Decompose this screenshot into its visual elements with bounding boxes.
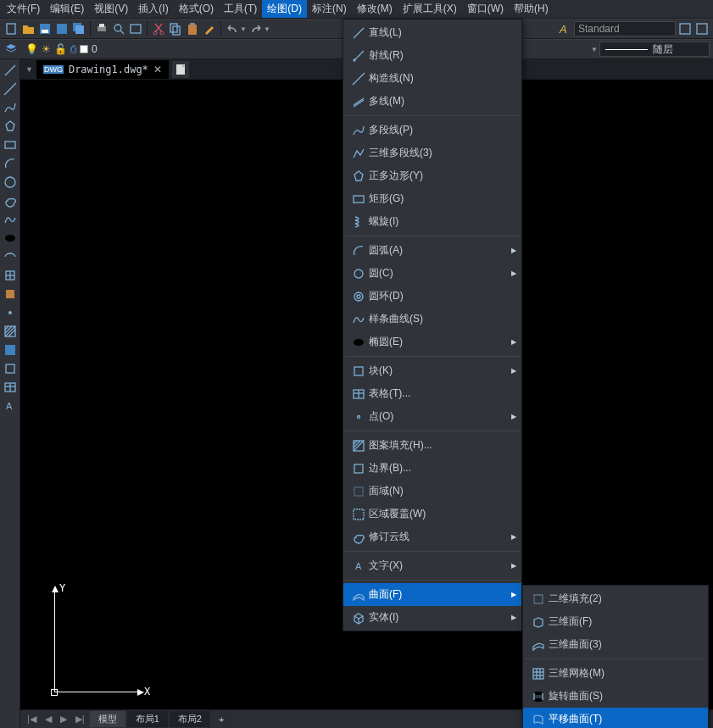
menu-express[interactable]: 扩展工具(X) bbox=[398, 0, 462, 18]
draw-menu-item-pline[interactable]: 多段线(P) bbox=[343, 119, 521, 142]
surface-menu-item-2dsolid[interactable]: 二维填充(2) bbox=[523, 587, 708, 610]
pline-tool-icon[interactable] bbox=[3, 100, 18, 115]
cut-icon[interactable] bbox=[151, 21, 166, 36]
draw-menu-item-wipeout[interactable]: 区域覆盖(W) bbox=[343, 503, 521, 525]
linetype-dropdown-icon[interactable]: ▼ bbox=[591, 46, 598, 53]
layout-tab-1[interactable]: 布局1 bbox=[127, 711, 168, 727]
style-btn2-icon[interactable] bbox=[694, 21, 710, 36]
redo-dropdown-icon[interactable]: ▼ bbox=[264, 25, 270, 33]
ellipsearc-tool-icon[interactable] bbox=[3, 249, 18, 264]
undo-dropdown-icon[interactable]: ▼ bbox=[240, 25, 247, 33]
layout-add-icon[interactable]: + bbox=[212, 713, 231, 726]
ray-icon bbox=[348, 49, 369, 63]
layout-first-icon[interactable]: |◀ bbox=[24, 714, 40, 725]
draw-menu-item-region[interactable]: 面域(N) bbox=[343, 480, 521, 503]
line-tool-icon[interactable] bbox=[3, 63, 18, 78]
menu-view[interactable]: 视图(V) bbox=[89, 0, 133, 18]
layout-prev-icon[interactable]: ◀ bbox=[42, 714, 55, 725]
draw-menu-item-arc[interactable]: 圆弧(A)▶ bbox=[343, 239, 521, 262]
draw-menu-item-mline[interactable]: 多线(M) bbox=[343, 90, 521, 113]
menu-help[interactable]: 帮助(H) bbox=[509, 0, 554, 18]
layer-combo[interactable]: 💡 ☀ 🔓 ⎙ 0 bbox=[25, 43, 97, 55]
menu-file[interactable]: 文件(F) bbox=[2, 0, 45, 18]
draw-menu-item-revcloud[interactable]: 修订云线▶ bbox=[343, 525, 521, 548]
region-tool-icon[interactable] bbox=[3, 361, 18, 376]
gradient-tool-icon[interactable] bbox=[3, 342, 18, 358]
polygon-tool-icon[interactable] bbox=[3, 119, 18, 134]
draw-menu-item-solid[interactable]: 实体(I)▶ bbox=[343, 606, 521, 629]
spline-tool-icon[interactable] bbox=[3, 212, 18, 227]
revcloud-tool-icon[interactable] bbox=[3, 193, 18, 208]
arc-tool-icon[interactable] bbox=[3, 156, 18, 171]
ellipse-tool-icon[interactable] bbox=[3, 231, 18, 246]
block-tool-icon[interactable] bbox=[3, 286, 18, 302]
menu-tools[interactable]: 工具(T) bbox=[219, 0, 262, 18]
insert-tool-icon[interactable] bbox=[3, 268, 18, 283]
saveas-icon[interactable] bbox=[54, 21, 70, 36]
draw-menu-item-spline[interactable]: 样条曲线(S) bbox=[343, 308, 521, 331]
text-style-combo[interactable] bbox=[574, 21, 676, 36]
menu-dimension[interactable]: 标注(N) bbox=[307, 0, 352, 18]
table-tool-icon[interactable] bbox=[3, 380, 18, 395]
matchprop-icon[interactable] bbox=[202, 21, 217, 36]
layout-tab-model[interactable]: 模型 bbox=[90, 711, 125, 727]
draw-menu-item-rect[interactable]: 矩形(G) bbox=[343, 187, 521, 210]
linetype-combo[interactable]: 随层 bbox=[599, 42, 710, 57]
preview-icon[interactable] bbox=[111, 21, 126, 36]
draw-menu-item-helix[interactable]: 螺旋(I) bbox=[343, 210, 521, 233]
redo-icon[interactable] bbox=[248, 21, 264, 36]
menu-modify[interactable]: 修改(M) bbox=[352, 0, 398, 18]
publish-icon[interactable] bbox=[128, 21, 143, 36]
xline-tool-icon[interactable] bbox=[3, 81, 18, 97]
surface-menu-item-revsurf[interactable]: 旋转曲面(S) bbox=[523, 685, 708, 708]
surface-menu-item-3dmesh[interactable]: 三维网格(M) bbox=[523, 662, 708, 685]
layout-tab-2[interactable]: 布局2 bbox=[170, 711, 210, 727]
new-icon[interactable] bbox=[3, 21, 19, 36]
draw-menu-item-surface[interactable]: 曲面(F)▶ bbox=[343, 583, 521, 606]
paste-icon[interactable] bbox=[185, 21, 200, 36]
draw-menu-item-ellipse[interactable]: 椭圆(E)▶ bbox=[343, 331, 521, 353]
text-style-icon[interactable]: A bbox=[557, 21, 572, 36]
save-icon[interactable] bbox=[37, 21, 53, 36]
draw-menu-item-polygon[interactable]: 正多边形(Y) bbox=[343, 164, 521, 187]
draw-menu-item-table[interactable]: 表格(T)... bbox=[343, 382, 521, 405]
layout-next-icon[interactable]: ▶ bbox=[57, 714, 70, 725]
surface-menu-item-3dsurf[interactable]: 三维曲面(3) bbox=[523, 633, 708, 656]
draw-menu-item-circle[interactable]: 圆(C)▶ bbox=[343, 262, 521, 285]
menu-draw[interactable]: 绘图(D) bbox=[262, 0, 307, 18]
draw-menu-item-line[interactable]: 直线(L) bbox=[343, 21, 521, 44]
rect-tool-icon[interactable] bbox=[3, 137, 18, 153]
point-tool-icon[interactable] bbox=[3, 305, 18, 320]
draw-menu-item-xline[interactable]: 构造线(N) bbox=[343, 67, 521, 90]
tab-dropdown-icon[interactable]: ▼ bbox=[25, 65, 33, 74]
copy-icon[interactable] bbox=[168, 21, 183, 36]
draw-menu-item-boundary[interactable]: 边界(B)... bbox=[343, 457, 521, 480]
hatch-tool-icon[interactable] bbox=[3, 324, 18, 339]
mtext-tool-icon[interactable]: A bbox=[3, 398, 18, 414]
draw-menu-item-point[interactable]: 点(O)▶ bbox=[343, 405, 521, 428]
surface-menu-item-3dface[interactable]: 三维面(F) bbox=[523, 610, 708, 633]
circle-tool-icon[interactable] bbox=[3, 175, 18, 190]
open-icon[interactable] bbox=[20, 21, 36, 36]
document-tab[interactable]: DWG Drawing1.dwg* ✕ bbox=[36, 60, 169, 79]
draw-menu-item-text[interactable]: A文字(X)▶ bbox=[343, 554, 521, 577]
menu-edit[interactable]: 编辑(E) bbox=[45, 0, 89, 18]
saveall-icon[interactable] bbox=[71, 21, 86, 36]
print-icon[interactable] bbox=[94, 21, 109, 36]
menu-format[interactable]: 格式(O) bbox=[174, 0, 219, 18]
menu-window[interactable]: 窗口(W) bbox=[462, 0, 509, 18]
draw-menu-item-hatch[interactable]: 图案填充(H)... bbox=[343, 434, 521, 457]
submenu-arrow-icon: ▶ bbox=[511, 533, 516, 541]
close-tab-icon[interactable]: ✕ bbox=[153, 64, 162, 75]
menu-insert[interactable]: 插入(I) bbox=[133, 0, 173, 18]
surface-menu-item-tabsurf[interactable]: 平移曲面(T) bbox=[523, 708, 708, 728]
style-btn-icon[interactable] bbox=[677, 21, 693, 36]
layout-last-icon[interactable]: ▶| bbox=[72, 714, 88, 725]
draw-menu-item-ray[interactable]: 射线(R) bbox=[343, 44, 521, 67]
new-tab-button[interactable] bbox=[172, 61, 189, 78]
draw-menu-item-block[interactable]: 块(K)▶ bbox=[343, 359, 521, 382]
draw-menu-item-donut[interactable]: 圆环(D) bbox=[343, 285, 521, 308]
undo-icon[interactable] bbox=[225, 21, 240, 36]
draw-menu-item-3dpoly[interactable]: 三维多段线(3) bbox=[343, 142, 521, 164]
layer-manager-icon[interactable] bbox=[3, 42, 19, 57]
